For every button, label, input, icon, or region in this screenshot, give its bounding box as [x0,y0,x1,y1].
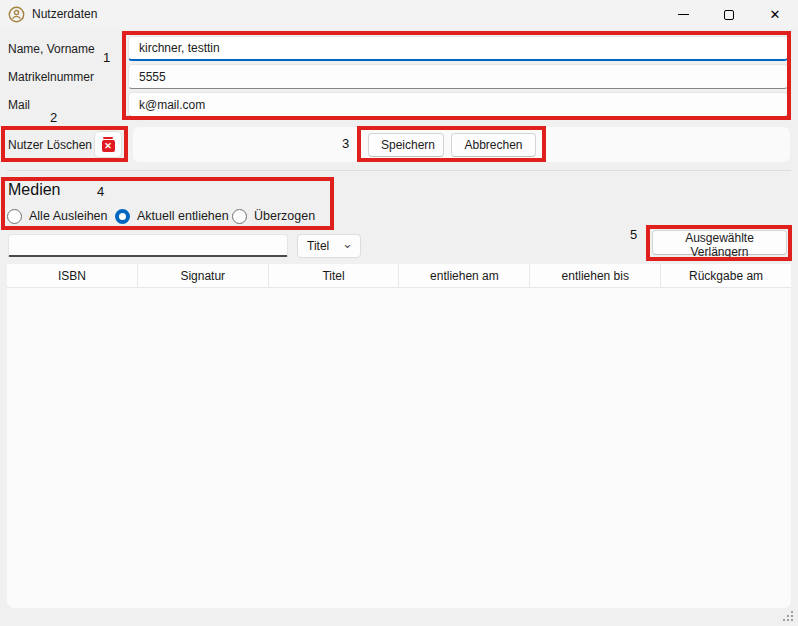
save-button[interactable]: Speichern [368,133,444,157]
extend-selected-button[interactable]: Ausgewählte Verlängern [652,230,787,255]
column-header-entliehen-bis[interactable]: entliehen bis [530,264,661,287]
radio-alle-ausleihen[interactable]: Alle Ausleihen [7,207,108,225]
maximize-button[interactable] [706,0,752,29]
radio-ueberzogen[interactable]: Überzogen [232,207,315,225]
delete-user-label: Nutzer Löschen [8,138,92,152]
maximize-icon [724,10,734,20]
name-label: Name, Vorname [8,42,95,56]
window-title: Nutzerdaten [32,7,97,21]
annotation-label-3: 3 [342,136,349,151]
close-button[interactable]: ✕ [752,0,798,29]
name-field[interactable] [128,36,788,61]
column-header-entliehen-am[interactable]: entliehen am [399,264,530,287]
annotation-label-2: 2 [50,110,57,125]
radio-off-icon [7,209,22,224]
dropdown-value: Titel [307,239,329,253]
cancel-button[interactable]: Abbrechen [451,133,536,157]
medien-heading: Medien [8,181,60,199]
mail-label: Mail [8,98,30,112]
mail-field[interactable] [128,92,788,117]
media-table: ISBN Signatur Titel entliehen am entlieh… [7,264,791,608]
annotation-label-5: 5 [630,227,637,242]
matrikel-field[interactable] [128,64,788,89]
section-divider [7,170,791,171]
resize-grip-icon[interactable] [782,610,793,621]
column-header-isbn[interactable]: ISBN [7,264,138,287]
search-input[interactable] [8,234,288,257]
radio-off-icon [232,209,247,224]
minimize-icon [678,14,689,15]
table-header-row: ISBN Signatur Titel entliehen am entlieh… [7,264,791,288]
status-strip [0,608,798,626]
annotation-label-1: 1 [103,50,110,65]
title-bar: Nutzerdaten ✕ [0,0,798,29]
radio-aktuell-entliehen[interactable]: Aktuell entliehen [115,207,229,225]
minimize-button[interactable] [660,0,706,29]
matrikel-label: Matrikelnummer [8,70,94,84]
user-circle-icon [8,6,25,23]
column-header-rueckgabe-am[interactable]: Rückgabe am [661,264,791,287]
close-icon: ✕ [770,8,781,21]
column-header-signatur[interactable]: Signatur [138,264,269,287]
app-window: Nutzerdaten ✕ Name, Vorname Matrikelnumm… [0,0,798,626]
trash-x-icon: ✕ [101,137,116,153]
annotation-label-4: 4 [97,184,104,199]
delete-user-button[interactable]: ✕ [94,131,122,158]
radio-on-icon [115,209,130,224]
filter-dropdown[interactable]: Titel ⌄ [297,234,361,258]
column-header-titel[interactable]: Titel [269,264,400,287]
chevron-down-icon: ⌄ [342,236,353,251]
table-body-empty [7,288,791,608]
